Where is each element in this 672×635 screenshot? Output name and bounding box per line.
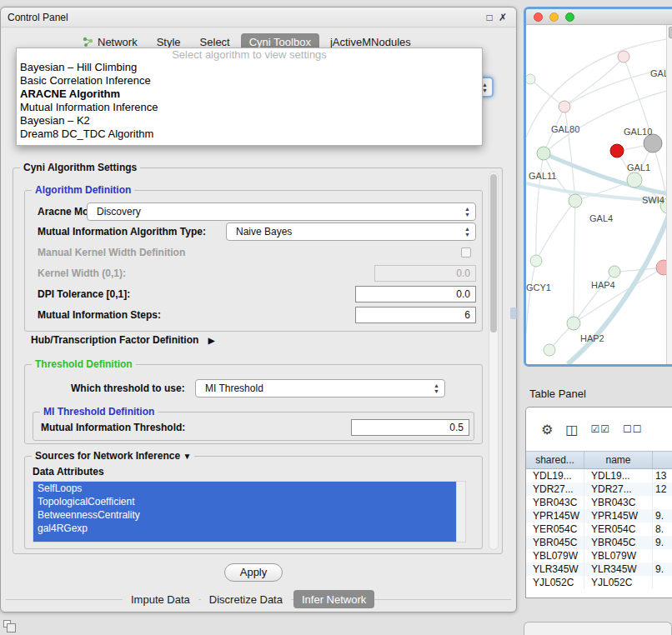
cell: 9. <box>653 536 672 549</box>
tab-discretize-data[interactable]: Discretize Data <box>201 590 291 608</box>
mi-steps-field[interactable] <box>355 307 476 323</box>
tab-impute-data[interactable]: Impute Data <box>123 590 198 608</box>
algorithm-option-selected[interactable]: ARACNE Algorithm <box>17 88 482 101</box>
attribute-item[interactable]: SelfLoops <box>33 482 456 495</box>
algorithm-definition-title: Algorithm Definition <box>32 184 134 196</box>
mi-algorithm-type-label: Mutual Information Algorithm Type: <box>38 226 206 238</box>
network-window-titlebar <box>526 9 672 25</box>
table-row[interactable]: YDL19... YDL19... 13 <box>526 469 672 482</box>
columns-icon[interactable]: ◫ <box>565 422 578 438</box>
table-row[interactable]: YDR27... YDR27... 12 <box>526 482 672 496</box>
algorithm-option[interactable]: Dream8 DC_TDC Algorithm <box>17 128 482 141</box>
algorithm-option[interactable]: Basic Correlation Inference <box>17 74 482 88</box>
attribute-item[interactable]: BetweennessCentrality <box>33 508 456 522</box>
control-panel-window: Control Panel □ ✗ Network Style Select C… <box>0 7 517 612</box>
algorithm-option[interactable]: Bayesian – Hill Climbing <box>17 61 482 74</box>
node[interactable] <box>544 344 555 356</box>
splitter-handle[interactable] <box>510 308 518 319</box>
algorithm-placeholder-option[interactable]: Select algorithm to view settings <box>17 48 482 61</box>
cell: YPR145W <box>584 509 653 522</box>
control-panel-titlebar: Control Panel □ ✗ <box>1 8 516 28</box>
manual-kernel-width-checkbox[interactable] <box>461 248 471 258</box>
which-threshold-dropdown[interactable]: MI Threshold <box>195 379 445 398</box>
node[interactable] <box>526 74 535 84</box>
algorithm-option[interactable]: Bayesian – K2 <box>17 114 482 128</box>
table-body: YDL19... YDL19... 13 YDR27... YDR27... 1… <box>526 469 672 598</box>
node-gal80[interactable] <box>559 101 570 112</box>
column-header-partial[interactable] <box>653 452 672 468</box>
cell: YJL052C <box>526 576 584 589</box>
table-row[interactable]: YLR345W YLR345W 9. <box>526 562 672 576</box>
node-gcy1[interactable] <box>530 255 542 267</box>
select-all-icon[interactable]: ☑☑ <box>590 423 610 435</box>
table-row[interactable]: YBL079W YBL079W <box>526 549 672 562</box>
attribute-item[interactable]: TopologicalCoefficient <box>33 495 456 508</box>
window-title: Control Panel <box>8 12 483 23</box>
settings-scrollbar-thumb[interactable] <box>490 174 497 332</box>
float-window-icon[interactable]: □ <box>483 12 496 23</box>
cell <box>653 576 672 589</box>
node-label: SWI4 <box>642 195 664 205</box>
column-header-shared-name[interactable]: shared... <box>526 452 584 468</box>
node-label: GAL80 <box>551 124 579 134</box>
bottom-tabbar: Impute Data Discretize Data Infer Networ… <box>123 590 374 608</box>
network-canvas[interactable]: GAL7 GAL80 GAL10 GAL11 GAL1 SWI4 GAL4 GC… <box>526 25 672 364</box>
settings-scrollbar[interactable] <box>489 172 499 550</box>
node-label: GAL1 <box>627 162 650 172</box>
kernel-width-field[interactable] <box>374 265 476 282</box>
column-header-name[interactable]: name <box>584 452 653 468</box>
docked-window-icon[interactable] <box>3 620 11 628</box>
node-selected-red[interactable] <box>610 144 624 158</box>
hub-definition-toggle[interactable]: Hub/Transcription Factor Definition ▶ <box>31 334 214 346</box>
kernel-width-label: Kernel Width (0,1): <box>38 268 126 279</box>
tab-infer-network[interactable]: Infer Network <box>293 590 374 608</box>
node-gal4[interactable] <box>569 194 582 208</box>
table-row[interactable]: YBR045C YBR045C 9. <box>526 536 672 549</box>
node-label: HAP4 <box>591 280 615 290</box>
attributes-scrollbar[interactable] <box>456 482 465 542</box>
node-gal1[interactable] <box>627 172 642 188</box>
attribute-item-partial[interactable] <box>33 535 456 542</box>
close-icon[interactable]: ✗ <box>496 12 509 23</box>
cell: YBR043C <box>584 496 653 509</box>
deselect-all-icon[interactable]: ☐☐ <box>623 423 643 435</box>
combo-arrows-icon <box>464 206 470 218</box>
node-gal11[interactable] <box>537 147 550 160</box>
table-row[interactable]: YER054C YER054C 8. <box>526 522 672 536</box>
table-panel-window: ⚙ ◫ ☑☑ ☐☐ shared... name YDL19... YDL19.… <box>525 407 672 598</box>
node[interactable] <box>609 266 620 278</box>
cell: YDL19... <box>584 469 653 482</box>
apply-button[interactable]: Apply <box>224 563 283 582</box>
attribute-item[interactable]: gal4RGexp <box>33 522 456 535</box>
tab-cyni-toolbox-label: Cyni Toolbox <box>249 36 311 48</box>
close-traffic-light-icon[interactable] <box>534 12 543 22</box>
network-scrollbar-thumb[interactable] <box>669 27 672 38</box>
collapse-right-icon: ▶ <box>208 336 215 345</box>
node-hap2[interactable] <box>567 317 580 330</box>
sources-title-label: Sources for Network Inference <box>35 450 180 462</box>
cell: 9. <box>653 509 672 522</box>
table-row[interactable]: YPR145W YPR145W 9. <box>526 509 672 522</box>
mi-algorithm-type-value: Naive Bayes <box>236 226 292 238</box>
mi-threshold-field[interactable] <box>351 419 469 436</box>
sources-toggle[interactable]: Sources for Network Inference ▼ <box>32 450 194 462</box>
mi-algorithm-type-dropdown[interactable]: Naive Bayes <box>226 222 476 241</box>
table-row[interactable]: YBR043C YBR043C <box>526 496 672 509</box>
cell: YER054C <box>526 522 584 536</box>
tab-select-label: Select <box>200 36 230 48</box>
aracne-mode-dropdown[interactable]: Discovery <box>87 202 476 221</box>
cell: YLR345W <box>526 562 584 576</box>
table-row[interactable]: YJL052C YJL052C <box>526 576 672 589</box>
network-view-window[interactable]: GAL7 GAL80 GAL10 GAL11 GAL1 SWI4 GAL4 GC… <box>524 7 672 367</box>
node[interactable] <box>618 51 629 62</box>
gear-icon[interactable]: ⚙ <box>541 422 553 438</box>
zoom-traffic-light-icon[interactable] <box>565 12 574 22</box>
network-tab-icon <box>83 37 93 47</box>
algorithm-option[interactable]: Mutual Information Inference <box>17 101 482 114</box>
node-gal10[interactable] <box>644 134 662 152</box>
network-scrollbar[interactable] <box>666 25 672 364</box>
minimize-traffic-light-icon[interactable] <box>549 12 559 22</box>
data-attributes-list: SelfLoops TopologicalCoefficient Between… <box>33 481 466 542</box>
dpi-tolerance-field[interactable] <box>355 286 476 302</box>
threshold-definition-title: Threshold Definition <box>32 358 136 370</box>
